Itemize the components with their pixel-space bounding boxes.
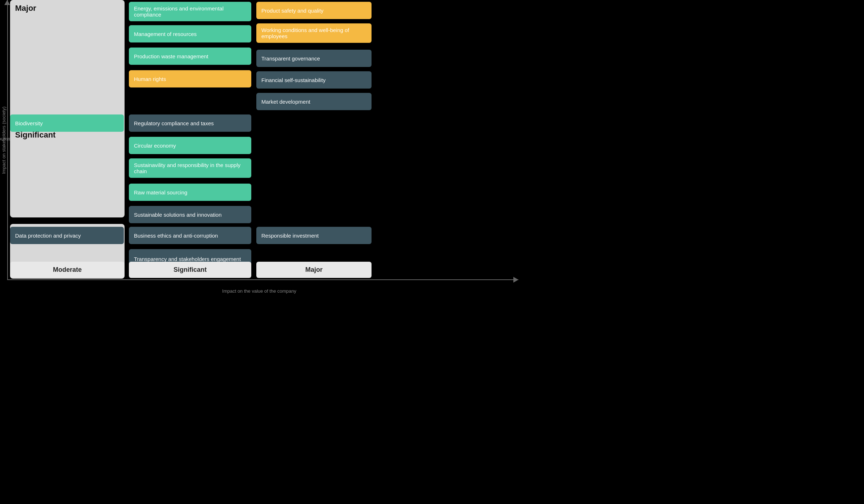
card-sustainable-solutions: Sustainable solutions and innovation	[129, 206, 251, 223]
card-product-safety: Product safety and quality	[256, 2, 372, 19]
card-transparent-governance: Transparent governance	[256, 50, 372, 67]
card-data-protection: Data protection and privacy	[10, 227, 124, 244]
card-production-waste: Production waste management	[129, 48, 251, 65]
card-financial-sustainability: Financial self-sustainability	[256, 71, 372, 89]
card-circular-economy: Circular economy	[129, 137, 251, 154]
card-business-ethics: Business ethics and anti-corruption	[129, 227, 251, 244]
y-axis-label-text: Impact on stakeholders (society)	[1, 106, 7, 174]
row-label-major: Major	[10, 0, 125, 17]
y-axis-label-container: Impact on stakeholders (society)	[0, 0, 8, 280]
card-working-conditions: Working conditions and well-being of emp…	[256, 23, 372, 43]
x-axis-arrow	[513, 277, 518, 283]
card-human-rights: Human rights	[129, 70, 251, 87]
card-market-development: Market development	[256, 93, 372, 110]
card-raw-material: Raw material sourcing	[129, 184, 251, 201]
card-management-resources: Management of resources	[129, 25, 251, 42]
x-axis-label: Impact on the value of the company	[222, 288, 296, 294]
axis-label-moderate: Moderate	[10, 262, 125, 278]
card-responsible-investment: Responsible investment	[256, 227, 372, 244]
row-band-significant: Significant	[10, 127, 125, 217]
card-biodiversity: Biodiversity	[10, 114, 124, 132]
axis-label-major: Major	[256, 262, 372, 278]
card-energy-emissions: Energy, emissions and environmental comp…	[129, 2, 251, 21]
card-regulatory-compliance: Regulatory compliance and taxes	[129, 114, 251, 132]
x-axis-line	[7, 279, 518, 280]
chart-container: Impact on stakeholders (society) Impact …	[0, 0, 518, 299]
axis-label-significant: Significant	[129, 262, 251, 278]
card-sustainability-supply: Sustainavility and responsibility in the…	[129, 158, 251, 178]
